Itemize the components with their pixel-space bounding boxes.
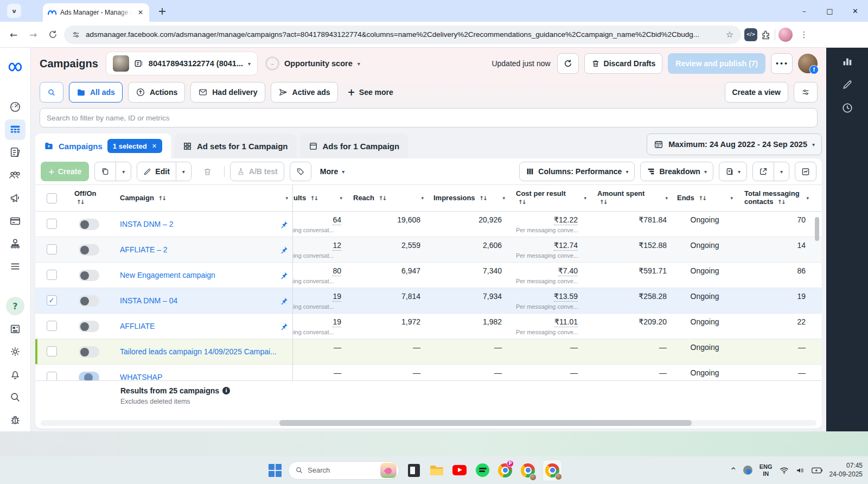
start-button[interactable] xyxy=(269,464,282,477)
clock-icon[interactable] xyxy=(841,102,853,114)
column-menu-icon[interactable]: ▾ xyxy=(806,195,809,201)
table-row[interactable]: Tailored leads campaign 14/09/2025 Campa… xyxy=(35,339,822,365)
sidebar-item-business-assets[interactable] xyxy=(5,233,25,254)
filter-active-ads[interactable]: Active ads xyxy=(271,82,338,103)
column-menu-icon[interactable]: ▾ xyxy=(421,195,424,201)
duplicate-menu-button[interactable]: ▾ xyxy=(116,162,131,181)
discard-drafts-button[interactable]: Discard Drafts xyxy=(584,53,663,74)
sidebar-item-search[interactable] xyxy=(5,387,25,407)
address-bar[interactable]: adsmanager.facebook.com/adsmanager/manag… xyxy=(64,26,741,44)
tab-ads[interactable]: Ads for 1 Campaign xyxy=(300,133,409,158)
filter-had-delivery[interactable]: Had delivery xyxy=(190,82,265,103)
duplicate-button[interactable] xyxy=(95,162,116,181)
meta-logo[interactable] xyxy=(5,56,25,77)
row-toggle[interactable] xyxy=(79,244,99,256)
filter-actions[interactable]: Actions xyxy=(128,82,185,103)
wifi-icon[interactable] xyxy=(780,467,789,474)
charts-button[interactable] xyxy=(795,162,816,181)
column-header-ends[interactable]: Ends ↑↓ ▾ xyxy=(672,185,737,211)
new-tab-button[interactable]: + xyxy=(158,5,167,17)
delete-button[interactable] xyxy=(197,162,219,181)
column-header-total-messaging-contacts[interactable]: Total messaging contacts ↑↓ ▾ xyxy=(737,185,813,211)
pencil-icon[interactable] xyxy=(842,79,853,90)
column-header-impressions[interactable]: Impressions ↑↓ ▾ xyxy=(428,185,509,211)
review-publish-button[interactable]: Review and publish (7) xyxy=(668,53,765,74)
column-header-cost-per-result[interactable]: Cost per result↑↓ ▾ xyxy=(509,185,591,211)
row-toggle[interactable] xyxy=(79,346,99,358)
opportunity-score[interactable]: – Opportunity score ▾ xyxy=(265,56,360,71)
filter-all-ads[interactable]: All ads xyxy=(69,82,123,103)
tab-search-chevron[interactable]: v xyxy=(7,4,21,18)
taskbar-app-youtube[interactable] xyxy=(451,460,468,481)
table-search-input[interactable] xyxy=(40,108,818,128)
widget-weather-image[interactable] xyxy=(380,463,397,478)
more-options-button[interactable]: ••• xyxy=(771,53,793,74)
tab-campaigns[interactable]: Campaigns 1 selected ✕ xyxy=(35,133,171,158)
column-header-amount-spent[interactable]: Amount spent↑↓ ▾ xyxy=(591,185,672,211)
clear-selection-icon[interactable]: ✕ xyxy=(152,143,157,150)
column-menu-icon[interactable]: ▾ xyxy=(730,195,733,201)
column-menu-icon[interactable]: ▾ xyxy=(502,195,505,201)
campaign-link[interactable]: WHATSHAP xyxy=(120,373,162,380)
volume-icon[interactable] xyxy=(796,467,805,474)
table-row[interactable]: AFFLIATE – 2 12ging conversat... 2,559 2… xyxy=(35,237,822,263)
help-button[interactable]: ? xyxy=(6,297,24,315)
select-all-checkbox[interactable] xyxy=(47,193,57,203)
browser-profile-avatar[interactable] xyxy=(778,28,793,42)
campaign-link[interactable]: New Engagement campaign xyxy=(120,271,215,279)
breakdown-button[interactable]: Breakdown ▾ xyxy=(640,162,713,181)
refresh-button[interactable] xyxy=(557,53,579,74)
taskbar-app-chrome-profile-2[interactable] xyxy=(520,460,536,481)
campaign-link[interactable]: Tailored leads campaign 14/09/2025 Campa… xyxy=(120,347,277,356)
taskbar-clock[interactable]: 07:4524-09-2025 xyxy=(829,462,863,479)
taskbar-app-spotify[interactable] xyxy=(474,460,490,481)
view-settings-button[interactable] xyxy=(794,82,818,103)
column-header-campaign[interactable]: Campaign ↑↓ ▾ xyxy=(117,185,292,211)
date-range-button[interactable]: Maximum: 24 Aug 2022 - 24 Sep 2025 ▾ xyxy=(647,133,822,155)
row-checkbox[interactable] xyxy=(47,244,57,254)
row-checkbox[interactable]: ✓ xyxy=(47,295,57,305)
column-menu-icon[interactable]: ▾ xyxy=(340,195,342,201)
edit-menu-button[interactable]: ▾ xyxy=(176,162,191,181)
sidebar-item-ads-reporting[interactable] xyxy=(5,188,25,208)
taskbar-app-chrome-profile-1[interactable]: P xyxy=(497,460,513,481)
table-row[interactable]: ✓ INSTA DNM – 04 19ging conversat... 7,8… xyxy=(35,288,822,314)
row-toggle[interactable] xyxy=(79,321,99,332)
sidebar-item-updates[interactable] xyxy=(5,319,25,339)
browser-tab[interactable]: Ads Manager - Manage ads - C ✕ xyxy=(43,3,149,22)
row-checkbox[interactable] xyxy=(47,270,57,280)
sidebar-item-settings[interactable] xyxy=(5,341,25,362)
sidebar-item-campaigns[interactable] xyxy=(5,119,25,140)
more-menu-button[interactable]: More ▾ xyxy=(317,167,348,176)
close-window-button[interactable]: ✕ xyxy=(843,0,868,22)
campaign-link[interactable]: INSTA DNM – 2 xyxy=(120,220,174,228)
back-button[interactable]: ← xyxy=(5,27,22,43)
edit-button[interactable]: Edit xyxy=(137,162,175,181)
reports-button[interactable]: ▾ xyxy=(719,162,746,181)
stats-chart-icon[interactable] xyxy=(841,55,853,67)
export-menu-button[interactable]: ▾ xyxy=(774,162,789,181)
campaign-link[interactable]: INSTA DNM – 04 xyxy=(120,296,177,305)
row-checkbox[interactable] xyxy=(47,346,57,356)
row-toggle[interactable] xyxy=(79,295,99,307)
bookmark-star-icon[interactable]: ☆ xyxy=(726,29,733,40)
column-menu-icon[interactable]: ▾ xyxy=(665,195,668,201)
table-row[interactable]: WHATSHAP — — — — — Ongoing — xyxy=(35,365,822,380)
reload-button[interactable] xyxy=(44,27,61,43)
browser-menu-icon[interactable]: ⋮ xyxy=(796,27,812,43)
maximize-button[interactable]: □ xyxy=(817,0,843,22)
user-avatar[interactable] xyxy=(798,54,818,73)
row-toggle[interactable] xyxy=(79,372,99,380)
campaign-link[interactable]: AFFLIATE – 2 xyxy=(120,245,168,254)
extensions-puzzle-icon[interactable] xyxy=(761,29,771,40)
sidebar-item-notifications[interactable] xyxy=(5,364,25,385)
table-row[interactable]: New Engagement campaign 80ging conversat… xyxy=(35,263,822,288)
taskbar-search[interactable]: Search xyxy=(288,461,399,480)
campaign-link[interactable]: AFFLIATE xyxy=(120,322,155,330)
selected-badge[interactable]: 1 selected ✕ xyxy=(107,139,162,153)
create-a-view-button[interactable]: Create a view xyxy=(725,82,789,103)
horizontal-scrollbar-track[interactable] xyxy=(41,420,816,426)
table-row[interactable]: AFFLIATE 19ging conversat... 1,972 1,982… xyxy=(35,314,822,339)
columns-button[interactable]: Columns: Performance ▾ xyxy=(519,162,635,181)
table-row[interactable]: INSTA DNM – 2 64ging conversat... 19,608… xyxy=(35,212,822,237)
